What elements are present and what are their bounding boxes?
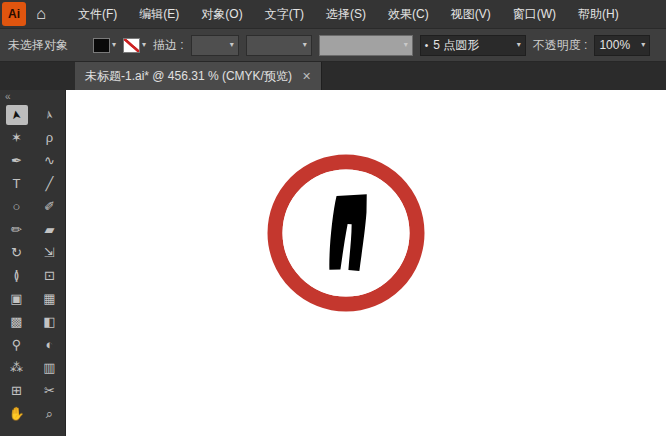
- shape-builder-tool[interactable]: ▣: [0, 287, 33, 310]
- control-bar: 未选择对象 ▾ ▾ 描边 : ▾ ▾ ▾ • 5 点圆形 ▾ 不透明度 : 10…: [0, 28, 666, 62]
- ellipse-icon: ○: [6, 197, 28, 217]
- blend-tool[interactable]: ◐: [33, 333, 66, 356]
- opacity-value: 100%: [599, 38, 630, 52]
- slice-icon: ✂: [39, 381, 61, 401]
- menu-view[interactable]: 视图(V): [440, 0, 502, 28]
- document-tab[interactable]: 未标题-1.ai* @ 456.31 % (CMYK/预览) ✕: [75, 62, 322, 90]
- eyedropper-icon: ⚲: [6, 335, 28, 355]
- direct-selection-tool-icon: ➢: [39, 105, 61, 125]
- fill-color-dropdown[interactable]: ▾: [93, 38, 116, 53]
- eraser-icon: ▰: [39, 220, 61, 240]
- rotate-icon: ↻: [6, 243, 28, 263]
- scale-tool[interactable]: ⇲: [33, 241, 66, 264]
- style-dropdown[interactable]: ▾: [319, 35, 413, 56]
- hand-tool[interactable]: ✋: [0, 402, 33, 425]
- symbol-sprayer-icon: ⁂: [6, 358, 28, 378]
- tools-grid: ➤ ➢ ✶ ρ ✒ ∿ T ╱ ○ ✐ ✏ ▰ ↻ ⇲ ≬ ⊡ ▣ ▦ ▩ ◧ …: [0, 103, 65, 425]
- artwork-prohibition-sign[interactable]: [266, 153, 426, 313]
- brush-dot-icon: •: [425, 40, 429, 51]
- menu-edit[interactable]: 编辑(E): [128, 0, 190, 28]
- stroke-none-swatch: [123, 38, 140, 53]
- zoom-tool[interactable]: ⌕: [33, 402, 66, 425]
- width-profile-dropdown[interactable]: ▾: [246, 35, 312, 56]
- canvas-area[interactable]: [66, 90, 666, 436]
- ellipse-tool[interactable]: ○: [0, 195, 33, 218]
- paintbrush-icon: ✐: [39, 197, 61, 217]
- document-tab-title: 未标题-1.ai* @ 456.31 % (CMYK/预览): [85, 68, 292, 85]
- artwork-svg: [266, 153, 426, 313]
- illustrator-logo-icon: Ai: [2, 2, 26, 26]
- hand-icon: ✋: [6, 404, 28, 424]
- menu-window[interactable]: 窗口(W): [502, 0, 567, 28]
- selection-tool-icon: ➤: [6, 105, 28, 125]
- gradient-tool[interactable]: ◧: [33, 310, 66, 333]
- chevron-down-icon: ▾: [303, 41, 307, 49]
- lasso-icon: ρ: [39, 128, 61, 148]
- chevron-down-icon: ▾: [641, 41, 645, 49]
- fill-color-swatch: [93, 38, 110, 53]
- close-icon[interactable]: ✕: [302, 70, 311, 83]
- curvature-icon: ∿: [39, 151, 61, 171]
- menu-type[interactable]: 文字(T): [254, 0, 315, 28]
- document-tab-bar: 未标题-1.ai* @ 456.31 % (CMYK/预览) ✕: [0, 62, 666, 90]
- line-segment-icon: ╱: [39, 174, 61, 194]
- chevron-down-icon: ▾: [142, 41, 146, 49]
- column-graph-tool[interactable]: ▥: [33, 356, 66, 379]
- stroke-weight-label: 描边 :: [153, 37, 184, 54]
- mesh-icon: ▩: [6, 312, 28, 332]
- menu-effect[interactable]: 效果(C): [377, 0, 440, 28]
- chevron-down-icon: ▾: [517, 41, 521, 49]
- free-transform-icon: ⊡: [39, 266, 61, 286]
- stroke-weight-dropdown[interactable]: ▾: [191, 35, 239, 56]
- brush-definition-dropdown[interactable]: • 5 点圆形 ▾: [420, 35, 526, 56]
- symbol-sprayer-tool[interactable]: ⁂: [0, 356, 33, 379]
- artboard-tool[interactable]: ⊞: [0, 379, 33, 402]
- paintbrush-tool[interactable]: ✐: [33, 195, 66, 218]
- type-icon: T: [6, 174, 28, 194]
- menu-help[interactable]: 帮助(H): [567, 0, 630, 28]
- collapse-panel-icon[interactable]: «: [0, 90, 65, 103]
- chevron-down-icon: ▾: [404, 41, 408, 49]
- artboard-icon: ⊞: [6, 381, 28, 401]
- pencil-tool[interactable]: ✏: [0, 218, 33, 241]
- free-transform-tool[interactable]: ⊡: [33, 264, 66, 287]
- chevron-down-icon: ▾: [112, 41, 116, 49]
- magic-wand-icon: ✶: [6, 128, 28, 148]
- ring-inner-fill: [283, 170, 410, 297]
- blend-icon: ◐: [39, 335, 61, 355]
- menu-bar: Ai ⌂ 文件(F) 编辑(E) 对象(O) 文字(T) 选择(S) 效果(C)…: [0, 0, 666, 28]
- opacity-dropdown[interactable]: 100% ▾: [594, 35, 650, 56]
- eyedropper-tool[interactable]: ⚲: [0, 333, 33, 356]
- lasso-tool[interactable]: ρ: [33, 126, 66, 149]
- slice-tool[interactable]: ✂: [33, 379, 66, 402]
- type-tool[interactable]: T: [0, 172, 33, 195]
- chevron-down-icon: ▾: [230, 41, 234, 49]
- menu-file[interactable]: 文件(F): [67, 0, 128, 28]
- pen-icon: ✒: [6, 151, 28, 171]
- gradient-icon: ◧: [39, 312, 61, 332]
- home-icon[interactable]: ⌂: [27, 0, 55, 28]
- pen-tool[interactable]: ✒: [0, 149, 33, 172]
- shape-builder-icon: ▣: [6, 289, 28, 309]
- scale-icon: ⇲: [39, 243, 61, 263]
- rotate-tool[interactable]: ↻: [0, 241, 33, 264]
- width-icon: ≬: [6, 266, 28, 286]
- mesh-tool[interactable]: ▩: [0, 310, 33, 333]
- width-tool[interactable]: ≬: [0, 264, 33, 287]
- stroke-color-dropdown[interactable]: ▾: [123, 38, 146, 53]
- column-graph-icon: ▥: [39, 358, 61, 378]
- magic-wand-tool[interactable]: ✶: [0, 126, 33, 149]
- brush-definition-value: 5 点圆形: [433, 37, 479, 54]
- selection-tool[interactable]: ➤: [0, 103, 33, 126]
- selection-status: 未选择对象: [8, 37, 86, 54]
- menu-select[interactable]: 选择(S): [315, 0, 377, 28]
- eraser-tool[interactable]: ▰: [33, 218, 66, 241]
- opacity-label: 不透明度 :: [533, 37, 588, 54]
- curvature-tool[interactable]: ∿: [33, 149, 66, 172]
- line-segment-tool[interactable]: ╱: [33, 172, 66, 195]
- menu-object[interactable]: 对象(O): [190, 0, 253, 28]
- perspective-grid-tool[interactable]: ▦: [33, 287, 66, 310]
- zoom-icon: ⌕: [39, 404, 61, 424]
- perspective-grid-icon: ▦: [39, 289, 61, 309]
- direct-selection-tool[interactable]: ➢: [33, 103, 66, 126]
